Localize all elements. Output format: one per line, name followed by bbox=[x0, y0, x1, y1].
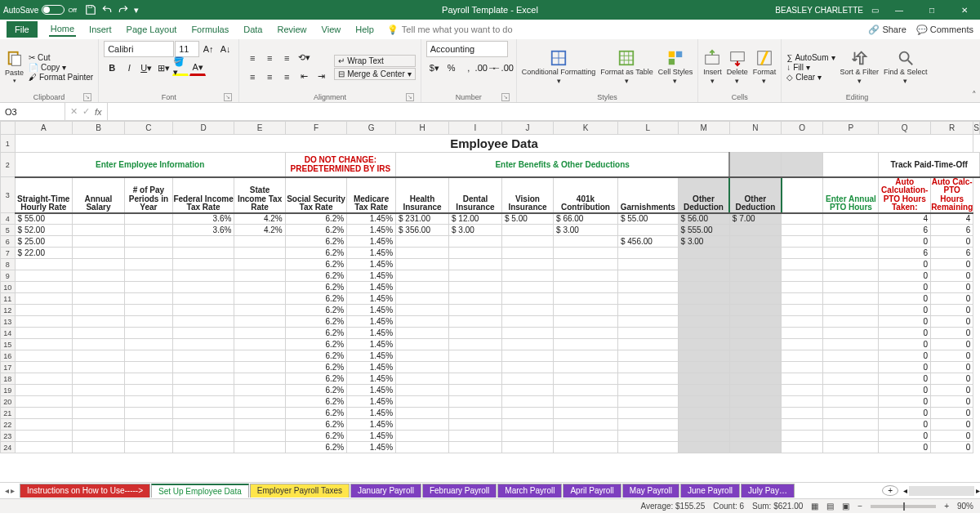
sheet-nav-first-icon[interactable]: ◂ bbox=[5, 486, 9, 495]
cell-S6[interactable]: 0 bbox=[931, 236, 973, 248]
cell-H5[interactable]: 1.45% bbox=[347, 225, 396, 236]
col-header-B[interactable]: B bbox=[72, 122, 124, 135]
cell-B16[interactable] bbox=[15, 350, 72, 362]
cell-R20[interactable]: 0 bbox=[879, 396, 931, 408]
cut-button[interactable]: ✂ Cut bbox=[29, 53, 93, 62]
cell-F17[interactable] bbox=[234, 362, 285, 373]
cell-P20[interactable] bbox=[782, 396, 823, 408]
cell-G16[interactable]: 6.2% bbox=[285, 350, 347, 362]
cell-Q7[interactable] bbox=[823, 248, 879, 259]
cell-L21[interactable] bbox=[554, 408, 618, 419]
cell-P18[interactable] bbox=[782, 373, 823, 385]
cell-H22[interactable]: 1.45% bbox=[347, 419, 396, 431]
cell-P12[interactable] bbox=[782, 305, 823, 316]
cell-C10[interactable] bbox=[72, 282, 124, 293]
row-header-4[interactable]: 4 bbox=[1, 213, 16, 225]
cell-S8[interactable]: 0 bbox=[931, 259, 973, 270]
font-launcher-icon[interactable]: ↘ bbox=[224, 93, 232, 101]
accounting-button[interactable]: $▾ bbox=[426, 60, 443, 76]
col-header-F[interactable]: F bbox=[285, 122, 347, 135]
cell-Q4[interactable] bbox=[823, 213, 879, 225]
cell-L12[interactable] bbox=[554, 305, 618, 316]
cell-B5[interactable]: $ 52.00 bbox=[15, 225, 72, 236]
cell-D20[interactable] bbox=[125, 396, 173, 408]
cell-B18[interactable] bbox=[15, 373, 72, 385]
cell-O15[interactable] bbox=[729, 339, 781, 350]
cell-O12[interactable] bbox=[729, 305, 781, 316]
cell-C5[interactable] bbox=[72, 225, 124, 236]
align-right-button[interactable]: ≡ bbox=[278, 69, 295, 85]
cell-H8[interactable]: 1.45% bbox=[347, 259, 396, 270]
cell-N6[interactable]: $ 3.00 bbox=[678, 236, 729, 248]
row-header-17[interactable]: 17 bbox=[1, 362, 16, 373]
cell-H24[interactable]: 1.45% bbox=[347, 442, 396, 453]
cell-I16[interactable] bbox=[396, 350, 449, 362]
zoom-slider[interactable] bbox=[871, 505, 936, 508]
cell-H12[interactable]: 1.45% bbox=[347, 305, 396, 316]
zoom-level[interactable]: 90% bbox=[957, 502, 973, 511]
row-header-5[interactable]: 5 bbox=[1, 225, 16, 236]
row-header-18[interactable]: 18 bbox=[1, 373, 16, 385]
cell-M10[interactable] bbox=[617, 282, 678, 293]
cell-H10[interactable]: 1.45% bbox=[347, 282, 396, 293]
cell-Q17[interactable] bbox=[823, 362, 879, 373]
cell-L8[interactable] bbox=[554, 259, 618, 270]
cell-N9[interactable] bbox=[678, 270, 729, 282]
cell-R11[interactable]: 0 bbox=[879, 293, 931, 305]
comments-button[interactable]: 💬 Comments bbox=[916, 25, 973, 35]
number-launcher-icon[interactable]: ↘ bbox=[501, 93, 510, 101]
cell-N15[interactable] bbox=[678, 339, 729, 350]
cell-G4[interactable]: 6.2% bbox=[285, 213, 347, 225]
tab-insert[interactable]: Insert bbox=[87, 23, 114, 36]
cell-E24[interactable] bbox=[172, 442, 234, 453]
cell-S12[interactable]: 0 bbox=[931, 305, 973, 316]
tell-me[interactable]: 💡 Tell me what you want to do bbox=[387, 25, 513, 35]
cell-B24[interactable] bbox=[15, 442, 72, 453]
cell-K21[interactable] bbox=[501, 408, 553, 419]
cell-Q12[interactable] bbox=[823, 305, 879, 316]
cell-O14[interactable] bbox=[729, 328, 781, 339]
font-size-combo[interactable]: 11 bbox=[175, 41, 199, 57]
cell-F22[interactable] bbox=[234, 419, 285, 431]
cell-P24[interactable] bbox=[782, 442, 823, 453]
sheet-nav-last-icon[interactable]: ▸ bbox=[11, 486, 15, 495]
cell-R16[interactable]: 0 bbox=[879, 350, 931, 362]
cell-R24[interactable]: 0 bbox=[879, 442, 931, 453]
cell-Q15[interactable] bbox=[823, 339, 879, 350]
view-normal-icon[interactable]: ▦ bbox=[811, 502, 818, 511]
cell-L4[interactable]: $ 66.00 bbox=[554, 213, 618, 225]
format-painter-button[interactable]: 🖌 Format Painter bbox=[29, 73, 93, 82]
tab-formulas[interactable]: Formulas bbox=[189, 23, 230, 36]
cell-L14[interactable] bbox=[554, 328, 618, 339]
hscroll-left-icon[interactable]: ◂ bbox=[903, 486, 907, 495]
cell-B23[interactable] bbox=[15, 431, 72, 442]
cell-B15[interactable] bbox=[15, 339, 72, 350]
cell-C9[interactable] bbox=[72, 270, 124, 282]
cell-N7[interactable] bbox=[678, 248, 729, 259]
cell-C16[interactable] bbox=[72, 350, 124, 362]
cell-C6[interactable] bbox=[72, 236, 124, 248]
cell-J13[interactable] bbox=[449, 316, 502, 328]
cell-G24[interactable]: 6.2% bbox=[285, 442, 347, 453]
col-header-A[interactable]: A bbox=[15, 122, 72, 135]
cell-G10[interactable]: 6.2% bbox=[285, 282, 347, 293]
cell-R17[interactable]: 0 bbox=[879, 362, 931, 373]
wrap-text-button[interactable]: ↵ Wrap Text bbox=[334, 55, 416, 67]
cell-M11[interactable] bbox=[617, 293, 678, 305]
cell-L13[interactable] bbox=[554, 316, 618, 328]
cell-I18[interactable] bbox=[396, 373, 449, 385]
cond-format-button[interactable]: Conditional Formatting▾ bbox=[522, 49, 596, 85]
align-top-button[interactable]: ≡ bbox=[244, 50, 261, 66]
cell-I4[interactable]: $ 231.00 bbox=[396, 213, 449, 225]
cell-L19[interactable] bbox=[554, 385, 618, 396]
cell-L20[interactable] bbox=[554, 396, 618, 408]
cell-K23[interactable] bbox=[501, 431, 553, 442]
cell-M17[interactable] bbox=[617, 362, 678, 373]
cell-B8[interactable] bbox=[15, 259, 72, 270]
row-header-13[interactable]: 13 bbox=[1, 316, 16, 328]
cell-N21[interactable] bbox=[678, 408, 729, 419]
cell-L7[interactable] bbox=[554, 248, 618, 259]
cell-M13[interactable] bbox=[617, 316, 678, 328]
cell-O21[interactable] bbox=[729, 408, 781, 419]
cell-K5[interactable] bbox=[501, 225, 553, 236]
